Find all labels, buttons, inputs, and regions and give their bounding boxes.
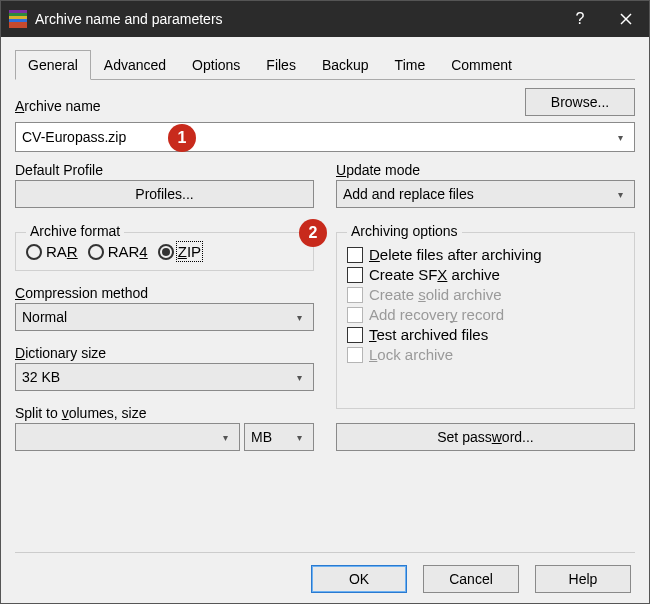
chevron-down-icon: ▾ [217,432,233,443]
dialog-footer: OK Cancel Help [15,552,635,593]
opt-add-recovery: Add recovery record [347,306,624,323]
opt-delete-files[interactable]: Delete files after archiving [347,246,624,263]
dictionary-size-select[interactable]: 32 KB ▾ [15,363,314,391]
opt-test-files[interactable]: Test archived files [347,326,624,343]
archive-name-field[interactable]: CV-Europass.zip ▾ 1 [15,122,635,152]
tab-comment[interactable]: Comment [438,50,525,80]
dialog-window: Archive name and parameters ? General Ad… [0,0,650,604]
tab-backup[interactable]: Backup [309,50,382,80]
chevron-down-icon: ▾ [612,132,628,143]
radio-icon [88,244,104,260]
title-bar: Archive name and parameters ? [1,1,649,37]
split-unit-select[interactable]: MB ▾ [244,423,314,451]
chevron-down-icon: ▾ [612,189,628,200]
close-button[interactable] [603,1,649,37]
dictionary-size-label: Dictionary size [15,345,314,361]
chevron-down-icon: ▾ [291,312,307,323]
cancel-button[interactable]: Cancel [423,565,519,593]
checkbox-icon [347,347,363,363]
checkbox-icon [347,327,363,343]
update-mode-select[interactable]: Add and replace files ▾ [336,180,635,208]
svg-rect-1 [9,13,27,16]
client-area: General Advanced Options Files Backup Ti… [1,37,649,603]
split-volumes-label: Split to volumes, size [15,405,314,421]
svg-rect-4 [9,22,27,28]
browse-button[interactable]: Browse... [525,88,635,116]
archive-name-label: Archive name [15,98,101,114]
tab-strip: General Advanced Options Files Backup Ti… [15,49,635,80]
archive-format-legend: Archive format [26,223,124,239]
update-mode-label: Update mode [336,162,635,178]
window-title: Archive name and parameters [35,11,557,27]
svg-rect-3 [9,19,27,22]
callout-2: 2 [299,219,327,247]
chevron-down-icon: ▾ [291,432,307,443]
svg-rect-0 [9,10,27,13]
svg-rect-2 [9,16,27,19]
set-password-button[interactable]: Set password... [336,423,635,451]
opt-lock-archive: Lock archive [347,346,624,363]
tab-files[interactable]: Files [253,50,309,80]
opt-create-sfx[interactable]: Create SFX archive [347,266,624,283]
split-size-field[interactable]: ▾ [15,423,240,451]
compression-method-label: Compression method [15,285,314,301]
format-rar4-radio[interactable]: RAR4 [88,243,148,260]
tab-general[interactable]: General [15,50,91,80]
archiving-options-legend: Archiving options [347,223,462,239]
checkbox-icon [347,287,363,303]
help-button-footer[interactable]: Help [535,565,631,593]
checkbox-icon [347,247,363,263]
profiles-button[interactable]: Profiles... [15,180,314,208]
compression-method-select[interactable]: Normal ▾ [15,303,314,331]
tab-advanced[interactable]: Advanced [91,50,179,80]
chevron-down-icon: ▾ [291,372,307,383]
radio-icon [26,244,42,260]
opt-create-solid: Create solid archive [347,286,624,303]
default-profile-label: Default Profile [15,162,314,178]
format-zip-radio[interactable]: ZIP [158,243,201,260]
ok-button[interactable]: OK [311,565,407,593]
tab-body-general: Archive name Browse... CV-Europass.zip ▾… [15,88,635,552]
checkbox-icon [347,267,363,283]
archive-name-value: CV-Europass.zip [22,129,612,145]
format-rar-radio[interactable]: RAR [26,243,78,260]
radio-icon [158,244,174,260]
tab-time[interactable]: Time [382,50,439,80]
app-icon [9,10,27,28]
tab-options[interactable]: Options [179,50,253,80]
help-button[interactable]: ? [557,1,603,37]
checkbox-icon [347,307,363,323]
